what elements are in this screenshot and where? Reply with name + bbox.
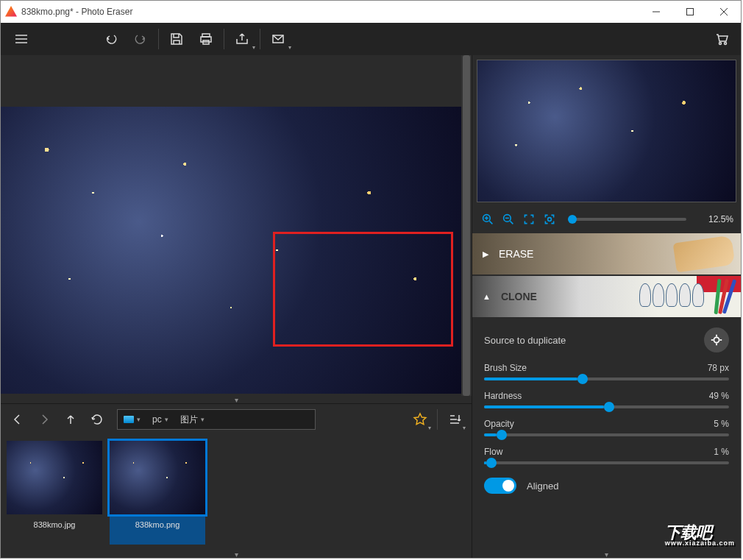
clone-section-header[interactable]: ▲ CLONE <box>472 276 741 317</box>
undo-button[interactable] <box>96 23 126 55</box>
main-toolbar: ▾ ▾ <box>1 23 741 55</box>
divider <box>158 29 159 49</box>
source-label: Source to duplicate <box>484 335 566 346</box>
thumbnail-image <box>7 441 102 514</box>
thumbnail-item[interactable]: 838kmo.png <box>110 441 205 545</box>
email-button[interactable]: ▾ <box>263 23 293 55</box>
opacity-label: Opacity <box>484 419 514 429</box>
nav-back-button[interactable] <box>5 403 30 436</box>
thumbnail-label: 838kmo.png <box>135 520 180 529</box>
panel-collapse-handle[interactable]: ▾ <box>472 550 741 558</box>
path-segment[interactable]: 图片 <box>180 414 198 426</box>
sort-button[interactable]: ▾ <box>442 403 467 436</box>
minimize-button[interactable] <box>639 1 673 23</box>
svg-point-11 <box>719 43 722 45</box>
chevron-down-icon: ▾ <box>428 425 431 431</box>
path-segment[interactable]: pc <box>152 414 162 425</box>
divider <box>437 409 438 430</box>
redo-button[interactable] <box>126 23 155 55</box>
aligned-label: Aligned <box>527 481 558 492</box>
save-button[interactable] <box>162 23 191 55</box>
erase-section-header[interactable]: ▶ ERASE <box>472 233 741 274</box>
flow-slider[interactable] <box>484 461 729 464</box>
titlebar: 838kmo.png* - Photo Eraser <box>1 1 741 23</box>
opacity-slider[interactable] <box>484 433 729 436</box>
vertical-scrollbar[interactable] <box>461 55 472 396</box>
flow-label: Flow <box>484 447 502 457</box>
zoom-value: 12.5% <box>697 214 733 224</box>
svg-line-17 <box>489 221 492 224</box>
file-browser: ▾ pc▾ 图片▾ ▾ ▾ 838kmo.jpg <box>1 403 472 558</box>
panel-collapse-handle[interactable]: ▾ <box>1 550 472 558</box>
hardness-slider[interactable] <box>484 405 729 408</box>
divider <box>260 29 260 49</box>
hardness-label: Hardness <box>484 391 522 401</box>
brush-size-value: 78 px <box>708 363 729 373</box>
expand-icon: ▶ <box>483 249 488 259</box>
zoom-in-button[interactable] <box>480 211 496 227</box>
close-button[interactable] <box>707 1 741 23</box>
panel-collapse-handle[interactable]: ▾ <box>1 396 472 403</box>
flow-value: 1 % <box>714 447 729 457</box>
svg-point-23 <box>548 218 552 221</box>
chevron-down-icon: ▾ <box>463 425 466 431</box>
menu-button[interactable] <box>5 23 38 55</box>
share-button[interactable]: ▾ <box>227 23 257 55</box>
thumbnail-image <box>110 441 205 514</box>
svg-point-12 <box>725 43 727 45</box>
thumbnail-label: 838kmo.jpg <box>34 520 76 529</box>
chevron-down-icon: ▾ <box>288 44 291 51</box>
navigator-preview[interactable] <box>477 60 736 202</box>
pick-source-button[interactable] <box>704 327 729 352</box>
hardness-value: 49 % <box>709 391 729 401</box>
selection-rectangle[interactable] <box>273 232 453 347</box>
chevron-down-icon: ▾ <box>252 44 255 51</box>
side-panel: 12.5% ▶ ERASE ▲ CLONE Source to duplicat… <box>472 55 741 558</box>
svg-point-24 <box>714 337 719 342</box>
window-title: 838kmo.png* - Photo Eraser <box>21 7 639 17</box>
maximize-button[interactable] <box>673 1 707 23</box>
drive-icon <box>124 416 134 423</box>
divider <box>224 29 224 49</box>
nav-forward-button[interactable] <box>32 403 57 436</box>
aligned-toggle[interactable] <box>484 478 516 494</box>
watermark: 下载吧 www.xiazaiba.com <box>665 525 735 546</box>
thumbnail-item[interactable]: 838kmo.jpg <box>7 441 102 545</box>
zoom-slider[interactable] <box>568 218 686 221</box>
favorites-button[interactable]: ▾ <box>408 403 433 436</box>
zoom-out-button[interactable] <box>500 211 516 227</box>
cart-button[interactable] <box>707 23 736 55</box>
actual-size-button[interactable] <box>541 211 558 227</box>
refresh-button[interactable] <box>85 403 110 436</box>
nav-up-button[interactable] <box>58 403 83 436</box>
clone-label: CLONE <box>501 291 537 302</box>
print-button[interactable] <box>191 23 221 55</box>
svg-line-21 <box>510 221 513 224</box>
app-icon <box>5 6 17 18</box>
svg-rect-1 <box>687 9 694 15</box>
erase-label: ERASE <box>499 248 533 260</box>
path-breadcrumb[interactable]: ▾ pc▾ 图片▾ <box>117 409 316 430</box>
opacity-value: 5 % <box>714 419 729 429</box>
canvas-area[interactable] <box>1 55 472 396</box>
fit-screen-button[interactable] <box>521 211 537 227</box>
collapse-icon: ▲ <box>483 292 491 301</box>
brush-size-slider[interactable] <box>484 378 729 380</box>
svg-rect-8 <box>201 37 211 42</box>
brush-size-label: Brush Size <box>484 363 527 373</box>
